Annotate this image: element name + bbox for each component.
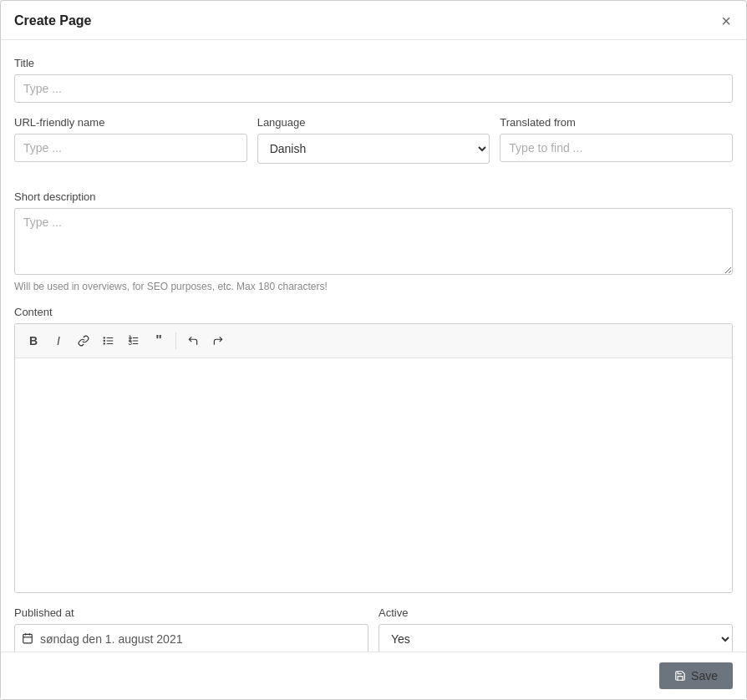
- title-label: Title: [14, 57, 733, 69]
- url-input[interactable]: [14, 134, 247, 162]
- link-button[interactable]: [72, 329, 95, 353]
- short-desc-label: Short description: [14, 190, 733, 203]
- date-input-wrapper[interactable]: søndag den 1. august 2021: [14, 624, 368, 654]
- italic-button[interactable]: I: [47, 329, 70, 353]
- published-at-group: Published at søndag den 1. august 2021: [14, 606, 368, 654]
- short-desc-textarea[interactable]: [14, 208, 733, 275]
- translated-from-label: Translated from: [500, 116, 733, 129]
- published-at-label: Published at: [14, 606, 368, 619]
- language-group: Language Danish English German French: [257, 116, 490, 164]
- undo-button[interactable]: [181, 329, 205, 353]
- active-select[interactable]: Yes No: [379, 624, 733, 654]
- bullet-list-button[interactable]: [97, 329, 120, 353]
- modal-body: Title URL-friendly name Language Danish …: [1, 40, 746, 684]
- url-label: URL-friendly name: [14, 116, 247, 129]
- title-group: Title: [14, 57, 733, 103]
- language-select[interactable]: Danish English German French: [257, 134, 490, 164]
- language-label: Language: [257, 116, 490, 129]
- bullet-list-icon: [103, 335, 114, 347]
- save-icon: [674, 670, 686, 682]
- modal-footer: Save: [1, 652, 746, 699]
- editor-wrapper: B I: [14, 323, 733, 593]
- translated-from-group: Translated from: [500, 116, 733, 162]
- toolbar-separator: [175, 332, 176, 349]
- row-3col: URL-friendly name Language Danish Englis…: [14, 116, 733, 177]
- ordered-list-icon: 1 2 3: [128, 335, 140, 347]
- modal-header: Create Page ×: [1, 1, 746, 40]
- svg-rect-12: [23, 634, 33, 643]
- editor-toolbar: B I: [15, 324, 732, 358]
- content-editor[interactable]: [15, 358, 732, 592]
- svg-point-4: [104, 340, 104, 341]
- url-group: URL-friendly name: [14, 116, 247, 162]
- redo-button[interactable]: [206, 329, 230, 353]
- published-at-value: søndag den 1. august 2021: [40, 632, 182, 646]
- quote-button[interactable]: ": [147, 329, 170, 353]
- link-icon: [78, 335, 89, 347]
- save-label: Save: [691, 669, 718, 682]
- active-label: Active: [379, 606, 733, 619]
- svg-point-3: [104, 337, 104, 338]
- redo-icon: [212, 335, 224, 347]
- undo-icon: [187, 335, 199, 347]
- translated-from-input[interactable]: [500, 134, 733, 162]
- svg-text:3: 3: [129, 339, 133, 347]
- ordered-list-button[interactable]: 1 2 3: [122, 329, 145, 353]
- create-page-modal: Create Page × Title URL-friendly name La…: [0, 0, 747, 700]
- svg-point-5: [104, 343, 104, 344]
- modal-title: Create Page: [14, 13, 92, 28]
- content-group: Content B I: [14, 306, 733, 593]
- close-button[interactable]: ×: [719, 13, 733, 29]
- bold-button[interactable]: B: [22, 329, 45, 353]
- short-desc-help: Will be used in overviews, for SEO purpo…: [14, 281, 733, 292]
- save-button[interactable]: Save: [659, 662, 733, 689]
- content-label: Content: [14, 306, 733, 318]
- title-input[interactable]: [14, 74, 733, 103]
- calendar-icon: [22, 632, 33, 647]
- active-group: Active Yes No: [379, 606, 733, 654]
- short-desc-group: Short description Will be used in overvi…: [14, 190, 733, 292]
